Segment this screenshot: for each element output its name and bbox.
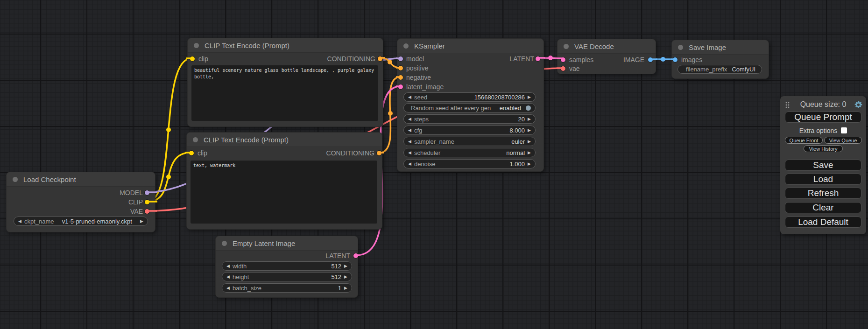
increment-arrow-icon[interactable]: ▶ xyxy=(344,275,347,279)
decrement-arrow-icon[interactable]: ◀ xyxy=(226,275,230,279)
widget-seed[interactable]: ◀ seed 156680208700286 ▶ xyxy=(403,92,536,102)
node-header[interactable]: Load Checkpoint xyxy=(7,172,155,187)
widget-value: v1-5-pruned-emaonly.ckpt xyxy=(57,218,138,225)
collapse-toggle-icon[interactable] xyxy=(564,44,569,49)
widget-cfg[interactable]: ◀ cfg 8.000 ▶ xyxy=(403,126,536,135)
link-dot xyxy=(661,57,665,62)
decrement-arrow-icon[interactable]: ◀ xyxy=(408,162,411,166)
link-dot xyxy=(548,56,553,60)
node-header[interactable]: KSampler xyxy=(397,39,543,53)
collapse-toggle-icon[interactable] xyxy=(403,43,409,49)
prompt-textarea[interactable]: text, watermark xyxy=(191,161,377,224)
widget-value: 512 xyxy=(331,273,341,280)
load-button[interactable]: Load xyxy=(785,174,861,185)
input-port-vae[interactable] xyxy=(561,66,565,71)
decrement-arrow-icon[interactable]: ◀ xyxy=(226,286,230,290)
widget-label: denoise xyxy=(414,161,436,168)
decrement-arrow-icon[interactable]: ◀ xyxy=(408,151,411,155)
node-title: Load Checkpoint xyxy=(23,175,76,183)
widget-denoise[interactable]: ◀ denoise 1.000 ▶ xyxy=(403,159,536,168)
input-port-negative[interactable] xyxy=(398,75,403,80)
node-header[interactable]: CLIP Text Encode (Prompt) xyxy=(187,133,382,147)
output-port-model[interactable] xyxy=(145,190,149,195)
input-port-clip[interactable] xyxy=(189,151,194,155)
decrement-arrow-icon[interactable]: ◀ xyxy=(408,95,411,99)
queue-panel[interactable]: Queue size: 0 Queue Prompt Extra options… xyxy=(780,96,866,234)
decrement-arrow-icon[interactable]: ◀ xyxy=(408,140,411,144)
input-label-negative: negative xyxy=(406,74,431,81)
increment-arrow-icon[interactable]: ▶ xyxy=(528,151,531,155)
queue-front-button[interactable]: Queue Front xyxy=(785,137,823,144)
input-port-images[interactable] xyxy=(673,57,677,62)
node-vae-decode[interactable]: VAE Decode samples IMAGE vae xyxy=(557,39,656,74)
output-port-conditioning[interactable] xyxy=(377,151,381,155)
input-port-latent-image[interactable] xyxy=(398,84,403,89)
extra-options-label: Extra options xyxy=(799,127,838,134)
input-port-model[interactable] xyxy=(398,56,403,61)
widget-ckpt-name[interactable]: ◀ ckpt_name v1-5-pruned-emaonly.ckpt ▶ xyxy=(14,217,148,226)
increment-arrow-icon[interactable]: ▶ xyxy=(528,128,531,133)
increment-arrow-icon[interactable]: ▶ xyxy=(528,95,531,99)
node-header[interactable]: Save Image xyxy=(672,40,769,55)
node-empty-latent-image[interactable]: Empty Latent Image LATENT ◀ width 512 ▶ … xyxy=(215,236,358,298)
output-port-latent[interactable] xyxy=(536,56,540,61)
increment-arrow-icon[interactable]: ▶ xyxy=(528,117,531,121)
prompt-textarea[interactable]: beautiful scenery nature glass bottle la… xyxy=(191,65,378,121)
increment-arrow-icon[interactable]: ▶ xyxy=(344,264,347,268)
widget-width[interactable]: ◀ width 512 ▶ xyxy=(222,261,352,271)
settings-gear-icon[interactable] xyxy=(854,101,862,109)
input-port-samples[interactable] xyxy=(561,57,565,62)
input-port-positive[interactable] xyxy=(398,66,403,70)
widget-steps[interactable]: ◀ steps 20 ▶ xyxy=(403,114,536,124)
node-graph-canvas[interactable]: Load Checkpoint MODEL CLIP VAE ◀ ckpt_na… xyxy=(0,0,868,329)
decrement-arrow-icon[interactable]: ◀ xyxy=(408,128,411,133)
widget-scheduler[interactable]: ◀ scheduler normal ▶ xyxy=(403,148,536,157)
view-queue-button[interactable]: View Queue xyxy=(824,137,862,144)
node-clip-text-encode-positive[interactable]: CLIP Text Encode (Prompt) clip CONDITION… xyxy=(187,38,383,127)
widget-filename-prefix[interactable]: filename_prefix ComfyUI xyxy=(677,65,762,74)
node-header[interactable]: Empty Latent Image xyxy=(216,236,358,251)
collapse-toggle-icon[interactable] xyxy=(194,43,199,48)
view-history-button[interactable]: View History xyxy=(804,145,843,152)
toggle-enabled-icon[interactable] xyxy=(526,105,531,111)
io-row: clip CONDITIONING xyxy=(188,54,383,63)
extra-options-checkbox[interactable] xyxy=(841,127,847,133)
decrement-arrow-icon[interactable]: ◀ xyxy=(18,219,21,224)
increment-arrow-icon[interactable]: ▶ xyxy=(140,219,143,224)
collapse-toggle-icon[interactable] xyxy=(193,137,198,142)
queue-prompt-button[interactable]: Queue Prompt xyxy=(785,112,861,123)
output-port-latent[interactable] xyxy=(353,253,358,258)
node-header[interactable]: VAE Decode xyxy=(557,39,656,54)
node-ksampler[interactable]: KSampler model LATENT positive negative … xyxy=(397,38,544,172)
input-label-latent-image: latent_image xyxy=(406,83,444,91)
widget-batch-size[interactable]: ◀ batch_size 1 ▶ xyxy=(222,283,352,293)
input-port-clip[interactable] xyxy=(190,56,195,61)
load-default-button[interactable]: Load Default xyxy=(785,217,861,228)
output-port-conditioning[interactable] xyxy=(378,56,382,61)
increment-arrow-icon[interactable]: ▶ xyxy=(528,162,531,166)
node-clip-text-encode-negative[interactable]: CLIP Text Encode (Prompt) clip CONDITION… xyxy=(186,132,382,230)
output-port-image[interactable] xyxy=(648,57,653,62)
node-save-image[interactable]: Save Image images filename_prefix ComfyU… xyxy=(671,40,769,79)
widget-random-seed-toggle[interactable]: Random seed after every gen enabled xyxy=(403,103,536,112)
widget-label: cfg xyxy=(414,127,422,134)
collapse-toggle-icon[interactable] xyxy=(222,241,227,246)
node-title: CLIP Text Encode (Prompt) xyxy=(205,42,289,49)
collapse-toggle-icon[interactable] xyxy=(678,45,683,50)
refresh-button[interactable]: Refresh xyxy=(785,188,861,199)
output-port-vae[interactable] xyxy=(145,209,149,214)
clear-button[interactable]: Clear xyxy=(785,202,861,213)
save-button[interactable]: Save xyxy=(785,160,861,171)
node-header[interactable]: CLIP Text Encode (Prompt) xyxy=(188,38,383,53)
increment-arrow-icon[interactable]: ▶ xyxy=(344,286,347,290)
output-port-clip[interactable] xyxy=(145,200,149,204)
widget-sampler-name[interactable]: ◀ sampler_name euler ▶ xyxy=(403,137,536,146)
decrement-arrow-icon[interactable]: ◀ xyxy=(226,264,230,268)
decrement-arrow-icon[interactable]: ◀ xyxy=(408,117,411,121)
output-label-latent: LATENT xyxy=(325,252,350,259)
collapse-toggle-icon[interactable] xyxy=(13,177,18,182)
widget-height[interactable]: ◀ height 512 ▶ xyxy=(222,272,352,281)
node-load-checkpoint[interactable]: Load Checkpoint MODEL CLIP VAE ◀ ckpt_na… xyxy=(6,172,155,232)
node-title: CLIP Text Encode (Prompt) xyxy=(204,136,289,144)
increment-arrow-icon[interactable]: ▶ xyxy=(528,140,531,144)
